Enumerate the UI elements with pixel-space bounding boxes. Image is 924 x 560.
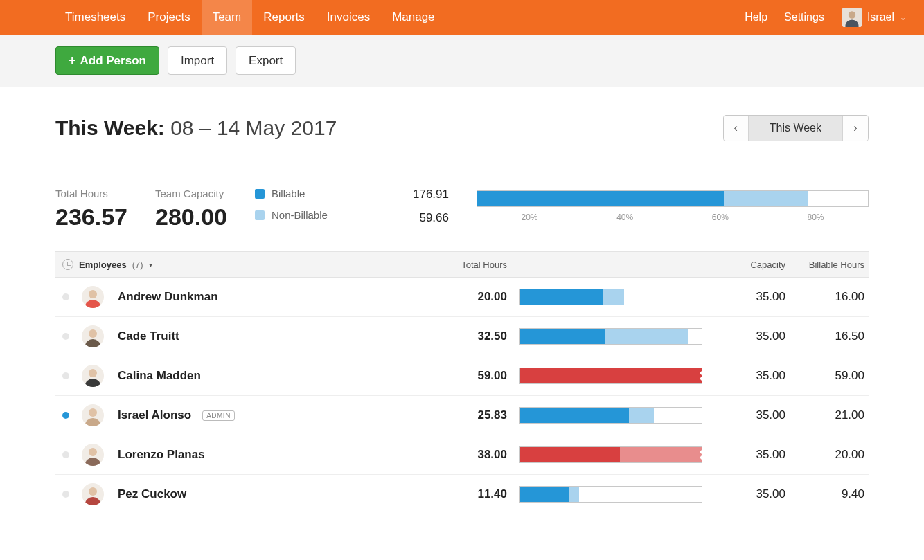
capacity-value: 35.00 (756, 448, 785, 461)
nav-item-team[interactable]: Team (202, 0, 253, 35)
table-row[interactable]: Andrew Dunkman20.0035.0016.00 (55, 278, 869, 317)
billable-hours-value: 9.40 (842, 487, 864, 500)
stat-label: Total Hours (55, 188, 127, 199)
utilization-bar (519, 486, 702, 503)
capacity-value: 35.00 (756, 487, 785, 500)
column-employees-count: (7) (132, 260, 143, 270)
presence-indicator-icon (62, 412, 69, 419)
stat-label: Team Capacity (155, 188, 227, 199)
nav-item-manage[interactable]: Manage (381, 0, 445, 35)
billable-hours-value: 16.50 (835, 329, 864, 343)
column-billable-hours: Billable Hours (785, 260, 869, 270)
svg-point-16 (89, 448, 97, 456)
legend-billable: Billable (255, 188, 380, 199)
chevron-down-icon: ▾ (149, 261, 152, 269)
overflow-torn-icon (697, 368, 702, 383)
table-row[interactable]: Israel AlonsoADMIN25.8335.0021.00 (55, 396, 869, 435)
user-name: Israel (867, 11, 894, 24)
employee-name: Calina Madden (118, 369, 201, 383)
total-hours-value: 59.00 (477, 369, 507, 382)
next-period-button[interactable]: › (843, 116, 868, 141)
user-menu[interactable]: Israel ⌄ (833, 8, 916, 27)
table-row[interactable]: Lorenzo Planas38.0035.0020.00 (55, 435, 869, 475)
legend: Billable Non-Billable (255, 188, 380, 221)
legend-nonbillable-label: Non-Billable (272, 209, 328, 221)
chevron-left-icon: ‹ (734, 122, 738, 134)
presence-indicator-icon (62, 491, 69, 498)
period-navigator: ‹ This Week › (723, 115, 869, 141)
tick-label: 40% (580, 213, 670, 222)
column-capacity: Capacity (716, 260, 785, 270)
svg-point-10 (89, 369, 97, 377)
nonbillable-segment (603, 289, 624, 305)
employee-name: Israel Alonso (118, 408, 191, 422)
total-hours-value: 20.00 (477, 290, 507, 303)
nav-item-projects[interactable]: Projects (136, 0, 201, 35)
page-title: This Week: 08 – 14 May 2017 (55, 116, 337, 140)
stat-total-hours: Total Hours 236.57 (55, 188, 127, 231)
svg-point-13 (89, 408, 97, 417)
billable-segment (520, 487, 569, 502)
overflow-torn-icon (697, 447, 702, 462)
billable-segment (520, 368, 702, 383)
avatar (82, 404, 104, 426)
page-header: This Week: 08 – 14 May 2017 ‹ This Week … (55, 115, 869, 161)
billable-hours-value: 21.00 (835, 408, 864, 422)
svg-point-19 (89, 487, 97, 496)
summary-panel: Total Hours 236.57 Team Capacity 280.00 … (55, 161, 869, 251)
nav-item-invoices[interactable]: Invoices (316, 0, 381, 35)
period-label-button[interactable]: This Week (749, 116, 843, 141)
overall-nonbillable-segment (724, 191, 807, 206)
tick-row: 20%40%60%80% (477, 213, 869, 222)
nonbillable-segment (569, 487, 579, 502)
chevron-right-icon: › (853, 122, 857, 134)
plus-icon: + (69, 53, 76, 68)
nav-help[interactable]: Help (736, 0, 776, 35)
tick-label: 80% (770, 213, 860, 222)
avatar (842, 8, 862, 27)
capacity-value: 35.00 (756, 290, 785, 303)
table-row[interactable]: Pez Cuckow11.4035.009.40 (55, 475, 869, 514)
overall-billable-segment (477, 191, 724, 206)
nonbillable-segment (629, 408, 654, 423)
chevron-down-icon: ⌄ (900, 13, 906, 22)
nav-item-timesheets[interactable]: Timesheets (54, 0, 136, 35)
billable-value: 176.91 (407, 188, 449, 201)
admin-badge: ADMIN (202, 410, 235, 421)
presence-indicator-icon (62, 372, 69, 379)
column-employees-label: Employees (79, 260, 127, 270)
avatar (82, 444, 104, 466)
capacity-value: 35.00 (756, 369, 785, 382)
capacity-value: 35.00 (756, 329, 785, 343)
overall-chart: 20%40%60%80% (477, 190, 869, 222)
swatch-nonbillable-icon (255, 210, 265, 220)
presence-indicator-icon (62, 451, 69, 458)
title-range: 08 – 14 May 2017 (170, 116, 337, 139)
billable-hours-value: 59.00 (835, 369, 864, 382)
billable-segment (520, 447, 620, 462)
nav-primary: TimesheetsProjectsTeamReportsInvoicesMan… (8, 0, 446, 35)
billable-hours-value: 16.00 (835, 290, 864, 303)
billable-segment (520, 329, 605, 344)
add-person-button[interactable]: + Add Person (55, 46, 159, 75)
employee-name: Andrew Dunkman (118, 290, 218, 304)
nav-item-reports[interactable]: Reports (252, 0, 316, 35)
table-body: Andrew Dunkman20.0035.0016.00Cade Truitt… (55, 278, 869, 514)
tick-label: 60% (675, 213, 765, 222)
prev-period-button[interactable]: ‹ (724, 116, 749, 141)
column-total-hours: Total Hours (416, 260, 519, 270)
column-employees-dropdown[interactable]: Employees (7) ▾ (55, 259, 416, 270)
total-hours-value: 11.40 (477, 487, 507, 500)
avatar (82, 365, 104, 387)
svg-point-1 (849, 11, 856, 19)
export-button[interactable]: Export (236, 46, 296, 75)
add-person-label: Add Person (80, 54, 146, 68)
total-hours-value: 38.00 (477, 448, 507, 461)
clock-icon (62, 259, 73, 270)
nav-settings[interactable]: Settings (776, 0, 833, 35)
import-button[interactable]: Import (168, 46, 227, 75)
stat-value: 236.57 (55, 204, 127, 231)
table-row[interactable]: Calina Madden59.0035.0059.00 (55, 356, 869, 396)
table-row[interactable]: Cade Truitt32.5035.0016.50 (55, 317, 869, 356)
nonbillable-segment (620, 447, 702, 462)
